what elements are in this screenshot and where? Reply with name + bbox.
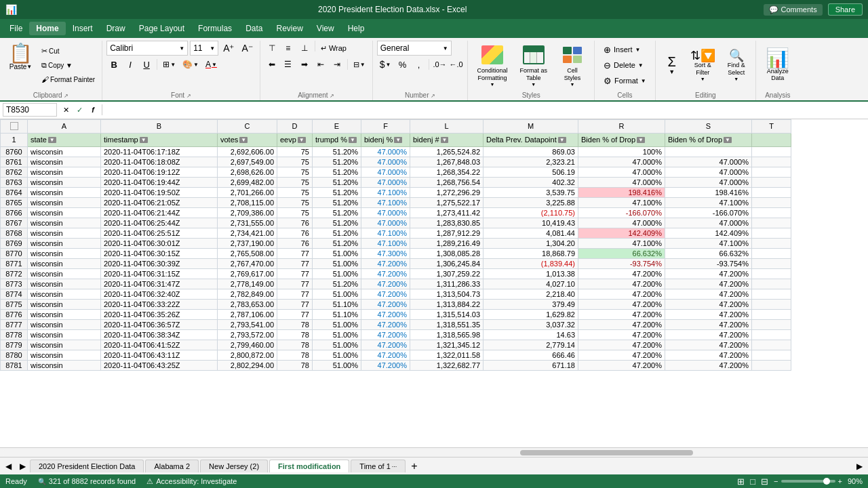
- view-normal-button[interactable]: ⊞: [737, 476, 745, 487]
- cell-R[interactable]: 142.409%: [578, 228, 665, 238]
- cell-R[interactable]: -166.070%: [578, 207, 665, 218]
- comma-format-button[interactable]: ,: [411, 57, 426, 72]
- cell-C[interactable]: 2,708,115.00: [218, 197, 277, 207]
- cell-T[interactable]: [752, 248, 791, 258]
- align-left-button[interactable]: ⬅: [264, 57, 279, 72]
- cell-T[interactable]: [752, 299, 791, 309]
- cell-S[interactable]: 47.200%: [665, 350, 752, 360]
- cell-T[interactable]: [752, 157, 791, 167]
- cell-C[interactable]: 2,778,149.00: [218, 279, 277, 289]
- merge-center-button[interactable]: ⊟▼: [351, 58, 368, 71]
- cell-B[interactable]: 2020-11-04T06:21:05Z: [101, 197, 218, 207]
- decrease-decimal-button[interactable]: .0→: [432, 57, 447, 72]
- cell-C[interactable]: 2,787,106.00: [218, 309, 277, 319]
- cell-S[interactable]: 47.200%: [665, 268, 752, 279]
- font-color-button[interactable]: A▼: [203, 58, 220, 71]
- cell-D[interactable]: 78: [277, 360, 313, 370]
- cell-B[interactable]: 2020-11-04T06:43:25Z: [101, 360, 218, 370]
- cell-A[interactable]: wisconsin: [28, 360, 101, 370]
- cell-E[interactable]: 51.00%: [313, 319, 361, 329]
- cell-A[interactable]: wisconsin: [28, 279, 101, 289]
- cell-L[interactable]: 1,322,011.58: [410, 350, 484, 360]
- cell-A[interactable]: wisconsin: [28, 157, 101, 167]
- table-row[interactable]: 8776wisconsin2020-11-04T06:35:26Z2,787,1…: [1, 309, 791, 319]
- menu-item-review[interactable]: Review: [269, 22, 309, 35]
- menu-item-file[interactable]: File: [3, 22, 29, 35]
- cell-M[interactable]: 1,629.82: [484, 309, 578, 319]
- cell-C[interactable]: 2,782,849.00: [218, 289, 277, 299]
- percent-format-button[interactable]: %: [395, 57, 410, 72]
- table-row[interactable]: 8760wisconsin2020-11-04T06:17:18Z2,692,6…: [1, 146, 791, 157]
- cell-A[interactable]: wisconsin: [28, 319, 101, 329]
- cell-S[interactable]: 47.200%: [665, 279, 752, 289]
- cell-D[interactable]: 78: [277, 340, 313, 350]
- cell-C[interactable]: 2,697,549.00: [218, 157, 277, 167]
- col-header-E[interactable]: E: [313, 119, 361, 133]
- col-header-A[interactable]: A: [28, 119, 101, 133]
- view-page-layout-button[interactable]: □: [750, 476, 755, 487]
- cell-E[interactable]: 51.20%: [313, 279, 361, 289]
- cell-R[interactable]: 47.100%: [578, 238, 665, 248]
- cell-L[interactable]: 1,275,522.17: [410, 197, 484, 207]
- cell-R[interactable]: 47.200%: [578, 329, 665, 340]
- cell-F[interactable]: 47.300%: [361, 248, 410, 258]
- align-right-button[interactable]: ➡: [297, 57, 312, 72]
- cell-M[interactable]: 4,027.10: [484, 279, 578, 289]
- cell-A[interactable]: wisconsin: [28, 309, 101, 319]
- paste-button[interactable]: 📋 Paste ▼: [4, 41, 37, 90]
- cell-B[interactable]: 2020-11-04T06:32:40Z: [101, 289, 218, 299]
- cell-S[interactable]: 47.200%: [665, 289, 752, 299]
- cell-B[interactable]: 2020-11-04T06:25:44Z: [101, 218, 218, 228]
- cell-S[interactable]: 47.200%: [665, 329, 752, 340]
- menu-item-pagelayout[interactable]: Page Layout: [132, 22, 191, 35]
- underline-button[interactable]: U: [139, 57, 154, 72]
- increase-indent-button[interactable]: ⇥: [330, 57, 344, 72]
- col-header-R[interactable]: R: [578, 119, 665, 133]
- table-row[interactable]: 8772wisconsin2020-11-04T06:31:15Z2,769,6…: [1, 268, 791, 279]
- cell-E[interactable]: 51.00%: [313, 360, 361, 370]
- cell-D[interactable]: 75: [277, 197, 313, 207]
- cell-D[interactable]: 77: [277, 289, 313, 299]
- cell-E[interactable]: 51.20%: [313, 187, 361, 197]
- cell-L[interactable]: 1,283,830.85: [410, 218, 484, 228]
- cell-E[interactable]: 51.20%: [313, 177, 361, 187]
- cell-F[interactable]: 47.000%: [361, 177, 410, 187]
- cell-L[interactable]: 1,313,884.22: [410, 299, 484, 309]
- cell-M[interactable]: 2,779.14: [484, 340, 578, 350]
- cell-A[interactable]: wisconsin: [28, 207, 101, 218]
- cell-B[interactable]: 2020-11-04T06:31:15Z: [101, 268, 218, 279]
- number-format-selector[interactable]: General▼: [377, 41, 452, 56]
- cell-C[interactable]: 2,799,460.00: [218, 340, 277, 350]
- cell-T[interactable]: [752, 146, 791, 157]
- cell-B[interactable]: 2020-11-04T06:25:51Z: [101, 228, 218, 238]
- cell-A[interactable]: wisconsin: [28, 248, 101, 258]
- cell-M[interactable]: (2,110.75): [484, 207, 578, 218]
- format-painter-button[interactable]: 🖌 Format Painter: [39, 73, 98, 85]
- table-row[interactable]: 8764wisconsin2020-11-04T06:19:50Z2,701,2…: [1, 187, 791, 197]
- cell-T[interactable]: [752, 167, 791, 177]
- cell-M[interactable]: 379.49: [484, 299, 578, 309]
- cell-T[interactable]: [752, 350, 791, 360]
- cell-C[interactable]: 2,709,386.00: [218, 207, 277, 218]
- sheet-tab-election[interactable]: 2020 President Election Data: [30, 460, 144, 472]
- cancel-formula-button[interactable]: ✕: [60, 104, 72, 116]
- increase-decimal-button[interactable]: ←.0: [448, 57, 463, 72]
- wrap-text-button[interactable]: ↵ Wrap: [318, 41, 349, 56]
- cell-S[interactable]: 142.409%: [665, 228, 752, 238]
- conditional-formatting-button[interactable]: ConditionalFormatting ▼: [472, 41, 512, 90]
- cell-F[interactable]: 47.200%: [361, 299, 410, 309]
- cell-D[interactable]: 76: [277, 238, 313, 248]
- cell-F[interactable]: 47.100%: [361, 228, 410, 238]
- menu-item-data[interactable]: Data: [239, 22, 269, 35]
- cell-E[interactable]: 51.20%: [313, 238, 361, 248]
- cell-M[interactable]: 18,868.79: [484, 248, 578, 258]
- cell-S[interactable]: 47.200%: [665, 360, 752, 370]
- cell-A[interactable]: wisconsin: [28, 218, 101, 228]
- copy-button[interactable]: ⧉ Copy ▼: [39, 59, 98, 72]
- cell-F[interactable]: 47.200%: [361, 340, 410, 350]
- cell-T[interactable]: [752, 360, 791, 370]
- cell-E[interactable]: 51.00%: [313, 329, 361, 340]
- cell-S[interactable]: 47.200%: [665, 319, 752, 329]
- cell-R[interactable]: 47.200%: [578, 279, 665, 289]
- cell-T[interactable]: [752, 258, 791, 268]
